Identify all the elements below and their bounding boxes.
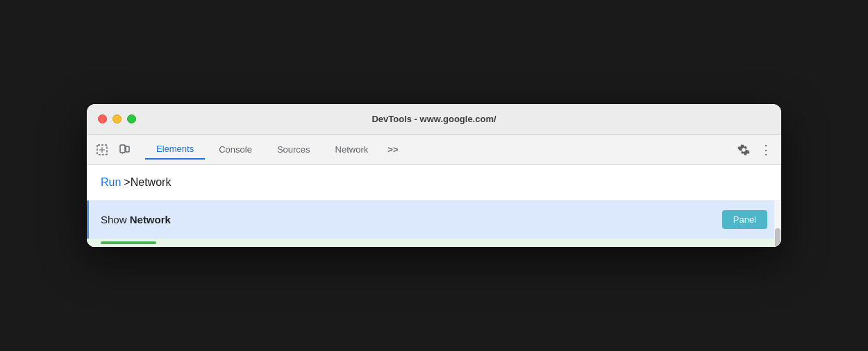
command-area: Run Show Network Panel <box>87 165 781 247</box>
traffic-lights <box>98 114 136 123</box>
inspector-icon[interactable] <box>92 140 112 160</box>
tab-bar: Elements Console Sources Network >> <box>87 135 781 165</box>
progress-indicator <box>101 241 156 244</box>
settings-button[interactable] <box>734 140 753 160</box>
title-bar: DevTools - www.google.com/ <box>87 104 781 135</box>
command-input-row: Run <box>87 165 781 200</box>
run-label: Run <box>101 176 121 189</box>
more-tabs-button[interactable]: >> <box>382 142 403 157</box>
svg-rect-1 <box>120 145 125 153</box>
command-input[interactable] <box>124 176 767 189</box>
tab-elements[interactable]: Elements <box>145 139 205 160</box>
tab-network[interactable]: Network <box>324 140 380 159</box>
panel-badge[interactable]: Panel <box>722 210 767 229</box>
suggestion-text: Show Network <box>101 214 722 225</box>
close-button[interactable] <box>98 114 107 123</box>
tab-sources[interactable]: Sources <box>266 140 322 159</box>
tab-console[interactable]: Console <box>208 140 263 159</box>
more-options-button[interactable]: ⋮ <box>756 140 776 160</box>
suggestion-row[interactable]: Show Network Panel <box>87 200 781 239</box>
svg-rect-2 <box>126 146 129 152</box>
window-title: DevTools - www.google.com/ <box>372 114 496 124</box>
selection-indicator <box>87 200 89 239</box>
minimize-button[interactable] <box>112 114 122 123</box>
scrollbar-thumb <box>775 228 781 247</box>
suggestion-keyword: Network <box>130 214 171 225</box>
tab-actions: ⋮ <box>734 140 776 160</box>
maximize-button[interactable] <box>127 114 136 123</box>
scrollbar-track <box>774 200 781 239</box>
device-toolbar-icon[interactable] <box>115 140 134 160</box>
devtools-panel: Elements Console Sources Network >> <box>87 135 781 247</box>
bottom-bar <box>87 239 781 247</box>
devtools-window: DevTools - www.google.com/ <box>87 104 781 247</box>
